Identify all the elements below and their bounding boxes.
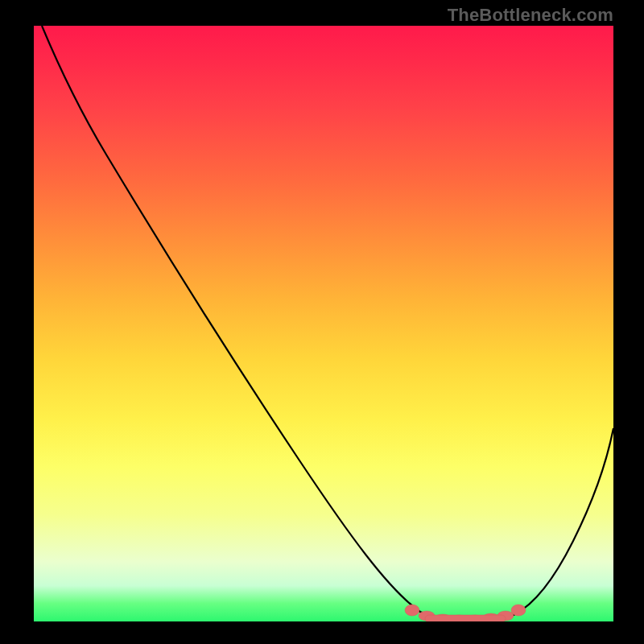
watermark-label: TheBottleneck.com <box>448 5 613 26</box>
gradient-background <box>34 26 613 621</box>
chart-frame: TheBottleneck.com <box>0 0 644 644</box>
plot-area <box>34 26 613 621</box>
